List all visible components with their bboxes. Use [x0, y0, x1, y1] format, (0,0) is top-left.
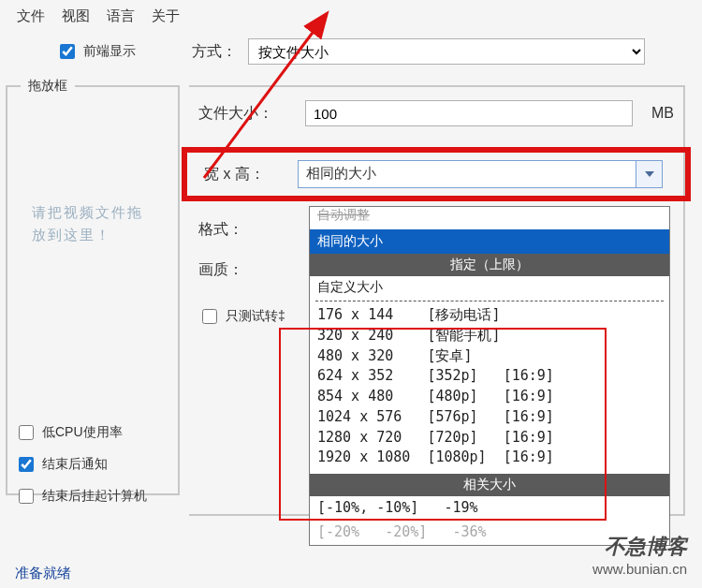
shutdown-input[interactable]: [19, 489, 34, 504]
menu-bar: 文件 视图 语言 关于: [0, 0, 702, 33]
dropdown-selected[interactable]: 相同的大小: [310, 229, 669, 254]
watermark-url: www.bunian.cn: [592, 561, 687, 577]
dropdown-cutoff-item[interactable]: 自动调整: [310, 207, 669, 229]
dropdown-divider: [315, 301, 664, 301]
chevron-down-icon: [645, 171, 654, 177]
dragbox-title: 拖放框: [21, 78, 75, 95]
menu-about[interactable]: 关于: [152, 7, 180, 25]
dropdown-header-upper: 指定（上限）: [310, 254, 669, 276]
dropdown-bottom1[interactable]: [-10%, -10%] -19%: [310, 496, 669, 521]
status-bar: 准备就绪: [15, 565, 71, 582]
only-test-label: 只测试转‡: [226, 308, 285, 325]
wh-dropdown-button[interactable]: [636, 161, 662, 187]
quality-label: 画质：: [198, 260, 292, 280]
front-display-label: 前端显示: [83, 43, 136, 60]
file-size-unit: MB: [651, 105, 674, 122]
page-watermark: 不急博客 www.bunian.cn: [592, 533, 687, 577]
low-cpu-input[interactable]: [19, 425, 34, 440]
shutdown-label: 结束后挂起计算机: [42, 488, 147, 505]
watermark-title: 不急博客: [592, 533, 687, 561]
front-display-checkbox[interactable]: 前端显示: [56, 41, 136, 62]
wh-value: 相同的大小: [299, 161, 636, 187]
only-test-checkbox[interactable]: 只测试转‡: [198, 306, 285, 327]
front-display-input[interactable]: [60, 44, 75, 59]
format-label: 格式：: [198, 220, 292, 240]
notify-end-input[interactable]: [19, 457, 34, 472]
menu-language[interactable]: 语言: [107, 7, 135, 25]
shutdown-checkbox[interactable]: 结束后挂起计算机: [15, 486, 147, 507]
dropdown-sizes[interactable]: 176 x 144 [移动电话] 320 x 240 [智能手机] 480 x …: [310, 303, 669, 470]
wh-label: 宽 x 高：: [197, 165, 285, 184]
method-select[interactable]: 按文件大小: [248, 38, 645, 65]
low-cpu-label: 低CPU使用率: [42, 424, 123, 441]
wh-combobox[interactable]: 相同的大小: [298, 160, 663, 188]
low-cpu-checkbox[interactable]: 低CPU使用率: [15, 422, 147, 443]
notify-end-label: 结束后通知: [42, 456, 108, 473]
method-label: 方式：: [192, 42, 237, 62]
notify-end-checkbox[interactable]: 结束后通知: [15, 454, 147, 475]
only-test-input[interactable]: [202, 309, 217, 324]
drag-hint: 请把视频文件拖 放到这里！: [32, 201, 143, 246]
dropdown-custom[interactable]: 自定义大小: [310, 276, 669, 299]
wh-dropdown-list[interactable]: 自动调整 相同的大小 指定（上限） 自定义大小 176 x 144 [移动电话]…: [309, 206, 670, 546]
menu-file[interactable]: 文件: [17, 7, 45, 25]
file-size-input[interactable]: [305, 100, 633, 126]
dropdown-header-related: 相关大小: [310, 474, 669, 496]
file-size-label: 文件大小：: [198, 104, 292, 124]
menu-view[interactable]: 视图: [62, 7, 90, 25]
wh-highlight: 宽 x 高： 相同的大小: [182, 147, 691, 201]
